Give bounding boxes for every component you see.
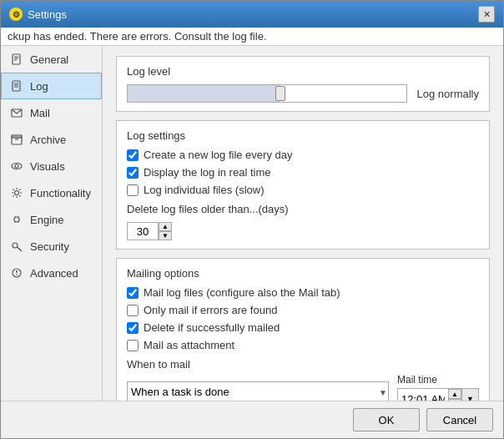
sidebar-label-advanced: Advanced <box>30 267 78 280</box>
mail-time-input-wrapper: ▲ ▼ ▼ <box>397 388 479 401</box>
sidebar-label-archive: Archive <box>30 134 66 146</box>
sidebar-item-general[interactable]: General <box>1 46 102 73</box>
advanced-icon <box>10 266 23 280</box>
log-checkboxes: Create a new log file every day Display … <box>127 149 479 196</box>
checkbox-row-mail-attach: Mail as attachment <box>127 339 479 351</box>
svg-rect-4 <box>13 81 20 91</box>
engine-icon <box>10 213 23 226</box>
when-to-mail-select[interactable]: When a task is done Immediately Daily We… <box>127 381 389 401</box>
error-text: ckup has ended. There are errors. Consul… <box>8 30 267 43</box>
checkbox-row-mail-log: Mail log files (configure also the Mail … <box>127 286 479 299</box>
mail-time-label: Mail time <box>397 374 479 386</box>
log-level-group: Log level Log normally <box>116 56 490 112</box>
window-title: Settings <box>28 8 67 21</box>
sidebar-label-log: Log <box>30 80 48 93</box>
sidebar-label-mail: Mail <box>30 107 50 119</box>
mail-time-group: Mail time ▲ ▼ ▼ <box>397 374 479 401</box>
content-area: Log level Log normally Log settings Crea… <box>103 46 503 401</box>
sidebar-item-functionality[interactable]: Functionality <box>1 179 102 206</box>
label-create-log: Create a new log file every day <box>144 149 292 161</box>
error-bar: ckup has ended. There are errors. Consul… <box>1 28 503 46</box>
delete-days-input[interactable] <box>127 222 159 240</box>
label-display-log: Display the log in real time <box>144 166 270 179</box>
slider-container: Log normally <box>127 84 479 103</box>
sidebar-item-archive[interactable]: Archive <box>1 126 102 153</box>
log-icon <box>10 79 23 93</box>
checkbox-row-create-log: Create a new log file every day <box>127 149 479 161</box>
when-to-mail-wrapper: When a task is done Immediately Daily We… <box>127 381 389 401</box>
time-dropdown-button[interactable]: ▼ <box>461 389 478 401</box>
delete-spinner-row: ▲ ▼ <box>127 222 479 240</box>
cancel-button[interactable]: Cancel <box>426 408 493 431</box>
archive-icon <box>10 133 23 146</box>
sidebar-label-functionality: Functionality <box>30 187 91 199</box>
mailing-checkboxes: Mail log files (configure also the Mail … <box>127 286 479 351</box>
checkbox-mail-attach[interactable] <box>127 340 139 351</box>
label-mail-attach: Mail as attachment <box>144 339 234 351</box>
checkbox-only-errors[interactable] <box>127 305 139 316</box>
sidebar-label-engine: Engine <box>30 214 63 226</box>
sidebar-item-visuals[interactable]: Visuals <box>1 153 102 179</box>
title-bar: ⚙ Settings ✕ <box>1 1 503 28</box>
checkbox-log-individual[interactable] <box>127 184 139 196</box>
title-bar-left: ⚙ Settings <box>9 8 67 21</box>
sidebar-item-security[interactable]: Security <box>1 233 102 260</box>
when-to-mail-label: When to mail <box>127 358 479 371</box>
slider-fill <box>128 85 280 102</box>
app-icon: ⚙ <box>9 8 23 21</box>
file-icon <box>10 53 23 66</box>
spinner-down-button[interactable]: ▼ <box>159 231 172 240</box>
sidebar-item-advanced[interactable]: Advanced <box>1 260 102 286</box>
sidebar-item-mail[interactable]: Mail <box>1 99 102 126</box>
mailing-options-group: Mailing options Mail log files (configur… <box>116 258 490 401</box>
close-button[interactable]: ✕ <box>478 6 495 23</box>
svg-rect-0 <box>13 54 20 64</box>
checkbox-display-log[interactable] <box>127 167 139 179</box>
checkbox-row-display-log: Display the log in real time <box>127 166 479 179</box>
label-only-errors: Only mail if errors are found <box>144 304 277 316</box>
log-level-title: Log level <box>127 65 479 78</box>
label-delete-mailed: Delete if successfully mailed <box>144 321 280 334</box>
checkbox-delete-mailed[interactable] <box>127 322 139 334</box>
mailing-options-title: Mailing options <box>127 267 479 280</box>
log-settings-title: Log settings <box>127 129 479 142</box>
time-spinner-up-button[interactable]: ▲ <box>448 389 461 399</box>
slider-label: Log normally <box>417 88 479 100</box>
mail-time-row: When a task is done Immediately Daily We… <box>127 374 479 401</box>
time-spinner-buttons: ▲ ▼ <box>448 389 461 401</box>
svg-point-21 <box>16 274 18 275</box>
log-settings-group: Log settings Create a new log file every… <box>116 120 490 250</box>
footer: OK Cancel <box>1 401 503 438</box>
sidebar-item-log[interactable]: Log <box>1 73 102 99</box>
mail-time-input[interactable] <box>398 389 448 401</box>
delete-row: Delete log files older than...(days) <box>127 203 479 215</box>
checkbox-row-log-individual: Log individual files (slow) <box>127 184 479 196</box>
sidebar-label-security: Security <box>30 240 69 253</box>
mail-icon <box>10 106 23 119</box>
ok-button[interactable]: OK <box>353 408 420 431</box>
sidebar-item-engine[interactable]: Engine <box>1 206 102 233</box>
eye-icon <box>10 159 23 173</box>
gear-icon <box>10 186 23 199</box>
sidebar: General Log Mail Archive <box>1 46 103 401</box>
checkbox-mail-log[interactable] <box>127 287 139 299</box>
svg-line-18 <box>19 249 20 250</box>
slider-thumb <box>275 86 285 101</box>
sidebar-label-visuals: Visuals <box>30 160 65 173</box>
checkbox-row-only-errors: Only mail if errors are found <box>127 304 479 316</box>
svg-point-14 <box>15 191 19 195</box>
log-level-slider[interactable] <box>127 84 407 103</box>
label-log-individual: Log individual files (slow) <box>144 184 265 196</box>
checkbox-create-log[interactable] <box>127 149 139 161</box>
settings-window: ⚙ Settings ✕ ckup has ended. There are e… <box>0 0 504 439</box>
key-icon <box>10 240 23 253</box>
delete-days-spinner: ▲ ▼ <box>127 222 172 240</box>
spinner-buttons: ▲ ▼ <box>159 222 172 240</box>
checkbox-row-delete-mailed: Delete if successfully mailed <box>127 321 479 334</box>
svg-point-16 <box>13 243 18 248</box>
label-mail-log: Mail log files (configure also the Mail … <box>144 286 340 299</box>
main-content: General Log Mail Archive <box>1 46 503 401</box>
delete-label: Delete log files older than...(days) <box>127 203 289 215</box>
sidebar-label-general: General <box>30 53 68 66</box>
spinner-up-button[interactable]: ▲ <box>159 222 172 231</box>
